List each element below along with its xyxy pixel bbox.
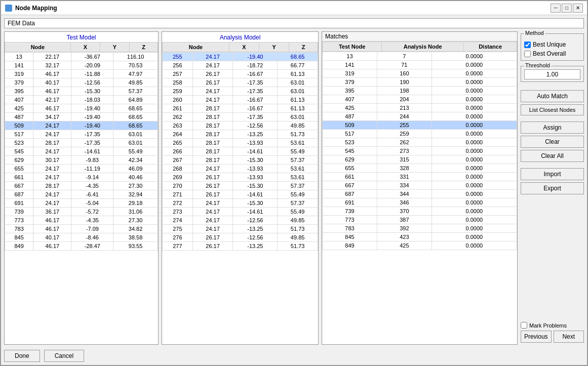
previous-button[interactable]: Previous — [521, 331, 552, 343]
table-row[interactable]: 5232620.0000 — [323, 138, 517, 147]
table-row[interactable]: 6913460.0000 — [323, 198, 517, 207]
table-row[interactable]: 141710.0000 — [323, 61, 517, 69]
table-row[interactable]: 4252130.0000 — [323, 104, 517, 112]
table-row[interactable]: 6873440.0000 — [323, 190, 517, 198]
table-row[interactable]: 25826.17-17.3563.01 — [163, 78, 318, 87]
table-row[interactable]: 52328.17-17.3563.01 — [5, 139, 158, 147]
table-row[interactable]: 27626.17-12.5649.85 — [163, 233, 318, 242]
table-row[interactable]: 27126.17-14.6155.49 — [163, 190, 318, 199]
bottom-bar: Done Cancel — [4, 347, 584, 362]
clear-button[interactable]: Clear — [521, 136, 584, 148]
analysis-model-scroll[interactable]: 25524.17-19.4068.6525624.17-18.7266.7725… — [162, 52, 318, 344]
test-model-scroll[interactable]: 1322.17-36.67116.1014132.17-20.0970.5331… — [5, 52, 158, 344]
table-row[interactable]: 84540.17-8.4638.58 — [5, 233, 158, 242]
table-row[interactable]: 65524.17-11.1946.09 — [5, 165, 158, 173]
table-row[interactable]: 7733870.0000 — [323, 216, 517, 224]
table-row[interactable]: 27324.17-14.6155.49 — [163, 208, 318, 216]
analysis-model-table-container: Node X Y Z 25524.17-19.4068.6525624.17-1… — [162, 42, 318, 344]
table-row[interactable]: 4072040.0000 — [323, 95, 517, 104]
table-row[interactable]: 7833920.0000 — [323, 224, 517, 233]
test-col-node: Node — [5, 43, 71, 52]
analysis-col-node: Node — [163, 43, 229, 52]
table-row[interactable]: 25924.17-17.3563.01 — [163, 87, 318, 96]
matches-table-container: Test Node Analysis Node Distance 1370.00… — [322, 42, 517, 344]
table-row[interactable]: 26824.17-13.9353.61 — [163, 165, 318, 173]
table-row[interactable]: 25726.17-16.6761.13 — [163, 70, 318, 78]
table-row[interactable]: 25624.17-18.7266.77 — [163, 61, 318, 70]
table-row[interactable]: 26228.17-17.3563.01 — [163, 113, 318, 121]
table-row[interactable]: 5092550.0000 — [323, 121, 517, 130]
table-row[interactable]: 26328.17-12.5649.85 — [163, 121, 318, 130]
assign-button[interactable]: Assign — [521, 121, 584, 134]
auto-match-button[interactable]: Auto Match — [521, 90, 584, 102]
best-unique-checkbox[interactable] — [524, 42, 531, 48]
table-row[interactable]: 8494250.0000 — [323, 241, 517, 250]
table-row[interactable]: 48734.17-19.4068.65 — [5, 113, 158, 121]
table-row[interactable]: 14132.17-20.0970.53 — [5, 61, 158, 70]
table-row[interactable]: 78346.17-7.0934.82 — [5, 225, 158, 233]
table-row[interactable]: 42546.17-19.4068.65 — [5, 104, 158, 113]
table-row[interactable]: 26128.17-16.6761.13 — [163, 104, 318, 113]
method-group: Method Best Unique Best Overall — [521, 33, 584, 61]
clear-all-button[interactable]: Clear All — [521, 150, 584, 162]
table-row[interactable]: 26628.17-14.6155.49 — [163, 147, 318, 156]
table-row[interactable]: 51724.17-17.3563.01 — [5, 130, 158, 139]
table-row[interactable]: 8454230.0000 — [323, 233, 517, 241]
table-row[interactable]: 69124.17-5.0429.18 — [5, 199, 158, 208]
table-row[interactable]: 27424.17-12.5649.85 — [163, 216, 318, 225]
table-row[interactable]: 66728.17-4.3527.30 — [5, 182, 158, 190]
table-row[interactable]: 50924.17-19.4068.65 — [5, 121, 158, 130]
best-overall-checkbox[interactable] — [524, 51, 531, 57]
table-row[interactable]: 40742.17-18.0364.89 — [5, 96, 158, 104]
table-row[interactable]: 5172590.0000 — [323, 130, 517, 138]
table-row[interactable]: 4872440.0000 — [323, 112, 517, 121]
table-row[interactable]: 25524.17-19.4068.65 — [163, 53, 318, 61]
table-row[interactable]: 37940.17-12.5649.85 — [5, 78, 158, 87]
table-row[interactable]: 27524.17-13.2551.73 — [163, 225, 318, 233]
table-row[interactable]: 68724.17-6.4132.94 — [5, 190, 158, 199]
table-row[interactable]: 73936.17-5.7231.06 — [5, 208, 158, 216]
table-row[interactable]: 1322.17-36.67116.10 — [5, 53, 158, 61]
table-row[interactable]: 1370.0000 — [323, 52, 517, 61]
table-row[interactable]: 77346.17-4.3527.30 — [5, 216, 158, 225]
export-button[interactable]: Export — [521, 182, 584, 194]
table-row[interactable]: 6673340.0000 — [323, 181, 517, 190]
minimize-button[interactable]: ─ — [551, 4, 561, 13]
table-row[interactable]: 84946.17-28.4793.55 — [5, 242, 158, 251]
table-row[interactable]: 26428.17-13.2551.73 — [163, 130, 318, 139]
next-button[interactable]: Next — [554, 331, 584, 343]
table-row[interactable]: 31946.17-11.8847.97 — [5, 70, 158, 78]
table-row[interactable]: 26528.17-13.9353.61 — [163, 139, 318, 147]
table-row[interactable]: 62930.17-9.8342.34 — [5, 156, 158, 165]
matches-scroll[interactable]: 1370.0000141710.00003191600.00003791900.… — [322, 52, 517, 344]
table-row[interactable]: 26926.17-13.9353.61 — [163, 173, 318, 182]
table-row[interactable]: 3951980.0000 — [323, 87, 517, 95]
test-model-data-table: 1322.17-36.67116.1014132.17-20.0970.5331… — [5, 52, 158, 251]
import-button[interactable]: Import — [521, 168, 584, 180]
table-row[interactable]: 6293150.0000 — [323, 155, 517, 164]
table-row[interactable]: 54524.17-14.6155.49 — [5, 147, 158, 156]
done-button[interactable]: Done — [4, 350, 40, 362]
cancel-button[interactable]: Cancel — [44, 350, 84, 362]
table-row[interactable]: 66124.17-9.1440.46 — [5, 173, 158, 182]
table-row[interactable]: 7393700.0000 — [323, 207, 517, 216]
list-closest-button[interactable]: List Closest Nodes — [521, 104, 584, 115]
test-col-z: Z — [130, 43, 158, 52]
mark-problems-checkbox[interactable] — [521, 322, 527, 329]
table-row[interactable]: 27726.17-13.2551.73 — [163, 242, 318, 251]
table-row[interactable]: 39546.17-15.3057.37 — [5, 87, 158, 96]
threshold-input[interactable] — [524, 69, 580, 79]
table-row[interactable]: 6553280.0000 — [323, 164, 517, 173]
table-row[interactable]: 5452730.0000 — [323, 147, 517, 155]
test-model-table-container: Node X Y Z 1322.17-36.67116.1014132.17-2… — [5, 42, 158, 344]
table-row[interactable]: 3791900.0000 — [323, 78, 517, 87]
table-row[interactable]: 6613310.0000 — [323, 173, 517, 181]
table-row[interactable]: 3191600.0000 — [323, 69, 517, 78]
table-row[interactable]: 26728.17-15.3057.37 — [163, 156, 318, 165]
table-row[interactable]: 27224.17-15.3057.37 — [163, 199, 318, 208]
maximize-button[interactable]: □ — [562, 4, 572, 13]
close-button[interactable]: ✕ — [573, 4, 583, 13]
table-row[interactable]: 26024.17-16.6761.13 — [163, 96, 318, 104]
table-row[interactable]: 27026.17-15.3057.37 — [163, 182, 318, 190]
fem-data-title: FEM Data — [8, 20, 35, 27]
